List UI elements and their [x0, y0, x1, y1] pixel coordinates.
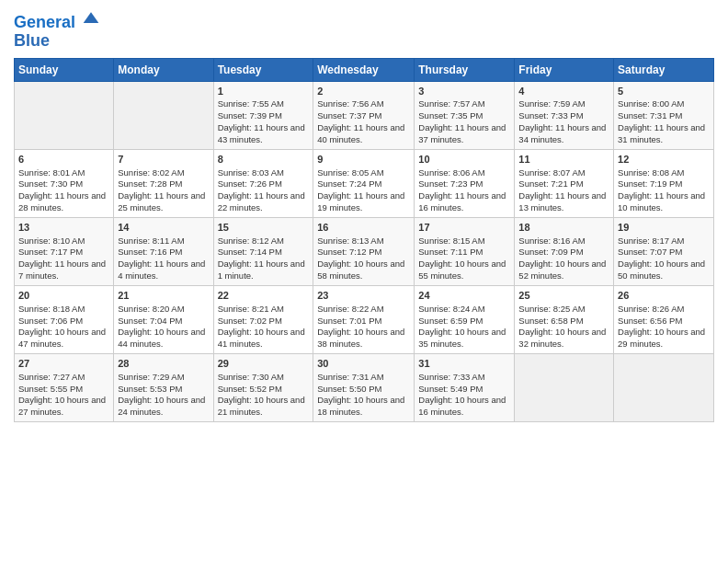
cell-info: Sunrise: 7:27 AM: [18, 372, 109, 384]
cell-info: Sunset: 6:59 PM: [418, 316, 510, 327]
calendar-cell: 29Sunrise: 7:30 AMSunset: 5:52 PMDayligh…: [213, 353, 313, 421]
day-number: 15: [218, 221, 310, 235]
day-number: 26: [618, 289, 710, 303]
cell-info: Sunrise: 7:33 AM: [418, 372, 510, 384]
cell-info: Sunset: 7:35 PM: [418, 110, 510, 122]
cell-info: Sunrise: 7:55 AM: [218, 98, 310, 110]
logo: General Blue: [14, 9, 100, 51]
day-number: 16: [317, 221, 410, 235]
day-number: 30: [317, 357, 410, 371]
cell-info: Daylight: 10 hours and 35 minutes.: [418, 327, 510, 350]
cell-info: Sunset: 5:52 PM: [218, 384, 310, 396]
calendar-week-row: 13Sunrise: 8:10 AMSunset: 7:17 PMDayligh…: [15, 217, 714, 285]
calendar-cell: 4Sunrise: 7:59 AMSunset: 7:33 PMDaylight…: [515, 81, 614, 149]
cell-info: Sunrise: 7:59 AM: [518, 98, 609, 110]
calendar-cell: 5Sunrise: 8:00 AMSunset: 7:31 PMDaylight…: [614, 81, 714, 149]
day-number: 27: [18, 357, 109, 371]
cell-info: Daylight: 11 hours and 28 minutes.: [18, 190, 109, 214]
calendar-cell: [114, 81, 213, 149]
cell-info: Sunrise: 8:21 AM: [218, 304, 310, 316]
calendar-cell: 22Sunrise: 8:21 AMSunset: 7:02 PMDayligh…: [213, 285, 313, 353]
cell-info: Daylight: 11 hours and 1 minute.: [218, 259, 310, 282]
cell-info: Sunset: 7:14 PM: [218, 247, 310, 259]
calendar-cell: 12Sunrise: 8:08 AMSunset: 7:19 PMDayligh…: [614, 149, 714, 217]
day-number: 23: [317, 289, 410, 303]
cell-info: Daylight: 11 hours and 4 minutes.: [118, 259, 209, 282]
cell-info: Sunset: 6:56 PM: [618, 316, 710, 327]
calendar-header-row: SundayMondayTuesdayWednesdayThursdayFrid…: [15, 58, 714, 81]
day-header-sunday: Sunday: [15, 58, 114, 81]
day-number: 5: [618, 85, 710, 98]
cell-info: Sunrise: 8:16 AM: [518, 236, 609, 247]
calendar-week-row: 6Sunrise: 8:01 AMSunset: 7:30 PMDaylight…: [15, 149, 714, 217]
day-number: 18: [518, 221, 609, 235]
cell-info: Sunset: 7:12 PM: [317, 247, 410, 259]
calendar-table: SundayMondayTuesdayWednesdayThursdayFrid…: [14, 58, 714, 422]
cell-info: Sunset: 5:49 PM: [418, 384, 510, 396]
cell-info: Sunset: 7:07 PM: [618, 247, 710, 259]
day-number: 20: [18, 289, 109, 303]
calendar-cell: 30Sunrise: 7:31 AMSunset: 5:50 PMDayligh…: [313, 353, 415, 421]
calendar-cell: [515, 353, 614, 421]
calendar-cell: 23Sunrise: 8:22 AMSunset: 7:01 PMDayligh…: [313, 285, 415, 353]
cell-info: Sunrise: 8:07 AM: [518, 167, 609, 179]
cell-info: Daylight: 10 hours and 41 minutes.: [218, 327, 310, 350]
cell-info: Sunset: 7:31 PM: [618, 110, 710, 122]
day-header-friday: Friday: [515, 58, 614, 81]
calendar-cell: 24Sunrise: 8:24 AMSunset: 6:59 PMDayligh…: [415, 285, 515, 353]
calendar-cell: [15, 81, 114, 149]
calendar-cell: 14Sunrise: 8:11 AMSunset: 7:16 PMDayligh…: [114, 217, 213, 285]
cell-info: Sunset: 5:53 PM: [118, 384, 209, 396]
cell-info: Daylight: 10 hours and 44 minutes.: [118, 327, 209, 350]
cell-info: Sunset: 7:04 PM: [118, 316, 209, 327]
calendar-cell: 9Sunrise: 8:05 AMSunset: 7:24 PMDaylight…: [313, 149, 415, 217]
cell-info: Sunset: 7:16 PM: [118, 247, 209, 259]
cell-info: Sunrise: 8:02 AM: [118, 167, 209, 179]
header: General Blue: [14, 9, 714, 51]
cell-info: Daylight: 11 hours and 37 minutes.: [418, 122, 510, 146]
cell-info: Sunset: 7:24 PM: [317, 178, 410, 190]
cell-info: Sunrise: 7:31 AM: [317, 372, 410, 384]
calendar-cell: 1Sunrise: 7:55 AMSunset: 7:39 PMDaylight…: [213, 81, 313, 149]
cell-info: Sunrise: 8:01 AM: [18, 167, 109, 179]
cell-info: Daylight: 10 hours and 50 minutes.: [618, 259, 710, 282]
cell-info: Sunset: 6:58 PM: [518, 316, 609, 327]
day-header-monday: Monday: [114, 58, 213, 81]
cell-info: Sunset: 7:30 PM: [18, 178, 109, 190]
cell-info: Daylight: 10 hours and 55 minutes.: [418, 259, 510, 282]
cell-info: Daylight: 11 hours and 22 minutes.: [218, 190, 310, 214]
svg-marker-0: [84, 12, 99, 23]
cell-info: Daylight: 11 hours and 19 minutes.: [317, 190, 410, 214]
calendar-cell: 16Sunrise: 8:13 AMSunset: 7:12 PMDayligh…: [313, 217, 415, 285]
cell-info: Sunrise: 8:03 AM: [218, 167, 310, 179]
day-number: 2: [317, 85, 410, 98]
cell-info: Sunrise: 8:00 AM: [618, 98, 710, 110]
cell-info: Daylight: 11 hours and 40 minutes.: [317, 122, 410, 146]
cell-info: Sunset: 7:21 PM: [518, 178, 609, 190]
day-header-saturday: Saturday: [614, 58, 714, 81]
cell-info: Sunset: 7:39 PM: [218, 110, 310, 122]
cell-info: Daylight: 10 hours and 58 minutes.: [317, 259, 410, 282]
calendar-cell: 3Sunrise: 7:57 AMSunset: 7:35 PMDaylight…: [415, 81, 515, 149]
cell-info: Sunrise: 8:12 AM: [218, 236, 310, 247]
calendar-cell: 18Sunrise: 8:16 AMSunset: 7:09 PMDayligh…: [515, 217, 614, 285]
cell-info: Sunrise: 8:15 AM: [418, 236, 510, 247]
calendar-cell: 25Sunrise: 8:25 AMSunset: 6:58 PMDayligh…: [515, 285, 614, 353]
day-number: 17: [418, 221, 510, 235]
cell-info: Sunrise: 7:56 AM: [317, 98, 410, 110]
cell-info: Daylight: 10 hours and 32 minutes.: [518, 327, 609, 350]
cell-info: Daylight: 11 hours and 10 minutes.: [618, 190, 710, 214]
day-number: 6: [18, 153, 109, 167]
logo-general: General: [14, 13, 75, 31]
cell-info: Daylight: 11 hours and 7 minutes.: [18, 259, 109, 282]
calendar-cell: 31Sunrise: 7:33 AMSunset: 5:49 PMDayligh…: [415, 353, 515, 421]
day-number: 14: [118, 221, 209, 235]
cell-info: Sunset: 7:26 PM: [218, 178, 310, 190]
day-number: 28: [118, 357, 209, 371]
day-number: 11: [518, 153, 609, 167]
cell-info: Daylight: 10 hours and 52 minutes.: [518, 259, 609, 282]
cell-info: Daylight: 10 hours and 47 minutes.: [18, 327, 109, 350]
calendar-cell: 10Sunrise: 8:06 AMSunset: 7:23 PMDayligh…: [415, 149, 515, 217]
cell-info: Sunset: 7:01 PM: [317, 316, 410, 327]
day-number: 9: [317, 153, 410, 167]
